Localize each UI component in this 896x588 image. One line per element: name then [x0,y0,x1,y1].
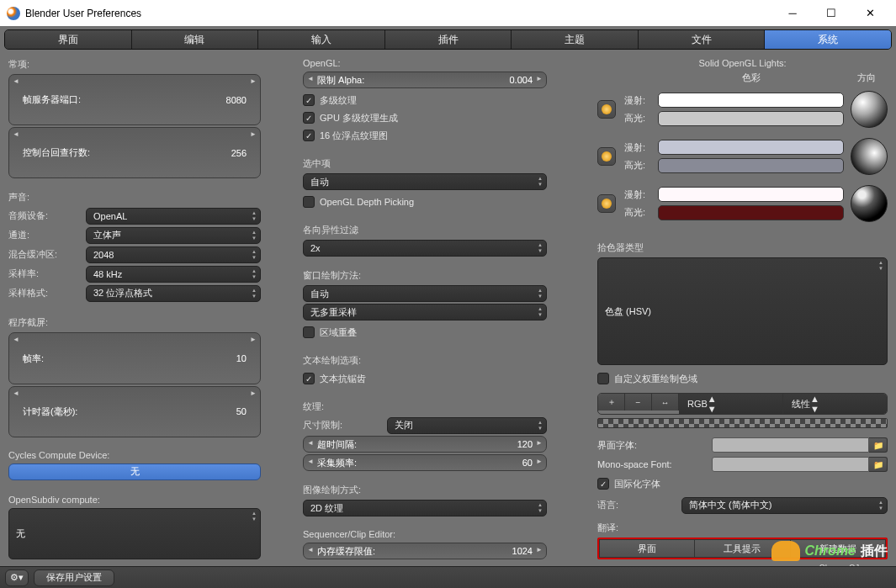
light-1-diffuse-swatch[interactable] [658,93,844,108]
light-2-direction-sphere[interactable] [851,138,888,175]
memory-cache-field[interactable]: ◄ 内存缓存限值: 1024 ► [303,543,547,559]
size-limit-dropdown[interactable]: 关闭▲▼ [387,417,547,434]
light-2-diffuse-swatch[interactable] [658,140,844,155]
light-3-specular-swatch[interactable] [658,205,844,220]
text-aa-checkbox[interactable] [303,373,315,384]
caret-right-icon: ► [536,75,543,82]
image-draw-dropdown[interactable]: 2D 纹理▲▼ [303,500,547,516]
ramp-interp-dropdown[interactable]: 线性▲▼ [783,394,887,414]
sample-rate-label: 采样率: [8,268,86,280]
light-1-specular-swatch[interactable] [658,111,844,126]
float16-checkbox[interactable] [303,130,315,141]
ramp-remove-button[interactable]: − [625,394,652,411]
minimize-button[interactable]: ─ [773,1,812,26]
light-3-toggle[interactable] [597,194,616,213]
tab-file[interactable]: 文件 [639,30,766,49]
mono-font-browse[interactable]: 📁 [869,457,888,472]
light-2-toggle[interactable] [597,147,616,166]
save-user-settings-button[interactable]: 保存用户设置 [34,569,114,586]
console-scrollback-field[interactable]: ◄ 控制台回查行数: 256 ► [8,127,261,178]
anisotropic-label: 各向异性过滤 [303,224,547,236]
gpu-mipmap-checkbox[interactable] [303,112,315,124]
dropdown-knob-icon: ▲▼ [538,502,543,514]
frame-server-port-field[interactable]: ◄ 帧服务器端口: 8080 ► [8,74,261,125]
sound-section-label: 声音: [8,191,261,204]
sample-format-dropdown[interactable]: 32 位浮点格式▲▼ [86,285,261,302]
light-2-specular-swatch[interactable] [658,158,844,173]
colors-header: 色彩 [656,72,846,84]
caret-left-icon: ◄ [307,439,314,447]
tab-interface[interactable]: 界面 [5,30,132,49]
ramp-flip-button[interactable]: ↔ [652,394,679,411]
sequencer-label: Sequencer/Clip Editor: [303,529,547,539]
caret-right-icon: ► [536,546,543,554]
tab-input[interactable]: 输入 [258,30,385,49]
i18n-fonts-label: 国际化字体 [614,478,660,490]
interface-font-browse[interactable]: 📁 [869,437,888,453]
tab-addons[interactable]: 插件 [385,30,512,49]
cycles-device-button[interactable]: 无 [8,464,261,480]
dropdown-knob-icon: ▲▼ [538,242,543,254]
color-ramp-toolbar: ＋ − ↔ RGB▲▼ 线性▲▼ [597,393,888,415]
translate-interface-button[interactable]: 界面 [599,539,695,558]
dropdown-knob-icon: ▲▼ [708,394,717,414]
custom-weight-checkbox[interactable] [597,373,609,384]
depth-picking-label: OpenGL Depth Picking [320,197,414,207]
fps-field[interactable]: ◄ 帧率: 10 ► [8,332,261,384]
window-draw-dropdown[interactable]: 自动▲▼ [303,285,547,302]
i18n-fonts-checkbox[interactable] [597,478,609,490]
caret-right-icon: ► [250,77,257,85]
light-3-direction-sphere[interactable] [851,185,888,222]
color-picker-dropdown[interactable]: 色盘 (HSV)▲▼ [597,257,888,365]
light-3-diffuse-swatch[interactable] [658,187,844,202]
selection-dropdown[interactable]: 自动▲▼ [303,173,547,190]
interface-font-field[interactable] [712,437,869,453]
mipmaps-checkbox[interactable] [303,94,315,106]
maximize-button[interactable]: ☐ [812,1,851,26]
channels-label: 通道: [8,229,86,241]
caret-left-icon: ◄ [13,77,19,85]
selection-label: 选中项 [303,157,547,170]
mipmaps-label: 多级纹理 [320,94,357,107]
multisample-dropdown[interactable]: 无多重采样▲▼ [303,304,547,320]
dropdown-knob-icon: ▲▼ [252,511,257,522]
sample-rate-dropdown[interactable]: 48 kHz▲▼ [86,266,261,283]
ramp-colormode-dropdown[interactable]: RGB▲▼ [679,394,783,414]
color-ramp-widget[interactable] [597,418,888,428]
collection-rate-field[interactable]: ◄ 采集频率: 60 ► [303,454,547,471]
timer-ms-field[interactable]: ◄ 计时器(毫秒): 50 ► [8,386,261,437]
caret-right-icon: ► [536,439,543,447]
channels-dropdown[interactable]: 立体声▲▼ [86,227,261,244]
timeout-field[interactable]: ◄ 超时间隔: 120 ► [303,436,547,453]
sample-format-label: 采样格式: [8,287,86,299]
dropdown-knob-icon: ▲▼ [252,210,257,222]
window-draw-label: 窗口绘制方法: [303,269,547,282]
language-dropdown[interactable]: 简体中文 (简体中文)▲▼ [681,497,888,514]
caret-right-icon: ► [250,336,257,343]
anisotropic-dropdown[interactable]: 2x▲▼ [303,240,547,257]
light-1-toggle[interactable] [597,100,616,119]
dropdown-knob-icon: ▲▼ [538,306,543,318]
depth-picking-checkbox[interactable] [303,196,315,208]
tab-editing[interactable]: 编辑 [132,30,259,49]
caret-left-icon: ◄ [13,389,19,397]
tab-themes[interactable]: 主题 [512,30,639,49]
region-overlap-checkbox[interactable] [303,326,315,338]
mixing-buffer-label: 混合缓冲区: [8,248,86,261]
mono-font-field[interactable] [712,457,869,472]
opensubdiv-dropdown[interactable]: 无▲▼ [8,508,261,559]
clip-alpha-field[interactable]: ◄ 限制 Alpha: 0.004 ► [303,72,547,88]
language-label: 语言: [597,499,681,511]
audio-device-dropdown[interactable]: OpenAL▲▼ [86,208,261,225]
close-button[interactable]: ✕ [851,1,889,26]
ramp-add-button[interactable]: ＋ [598,394,625,411]
editor-type-button[interactable]: ⚙▾ [5,569,29,586]
interface-font-label: 界面字体: [597,439,712,452]
mixing-buffer-dropdown[interactable]: 2048▲▼ [86,246,261,263]
light-1-direction-sphere[interactable] [851,91,888,128]
snail-icon [771,541,800,561]
float16-label: 16 位浮点纹理图 [320,130,388,142]
opengl-section-label: OpenGL: [303,58,547,68]
bulb-icon [602,151,612,162]
tab-system[interactable]: 系统 [765,30,891,49]
